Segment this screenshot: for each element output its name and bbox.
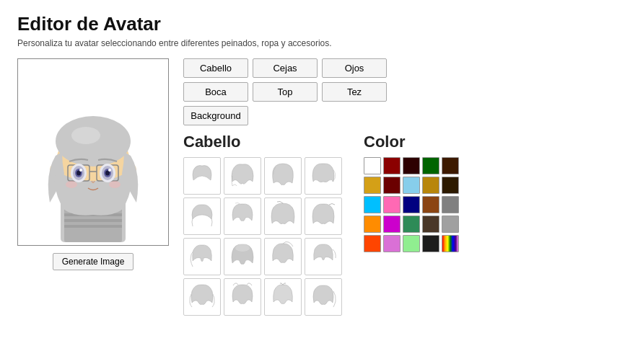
color-section: Color <box>364 133 459 316</box>
category-tez[interactable]: Tez <box>322 82 387 102</box>
svg-point-17 <box>79 169 82 172</box>
hair-style-9[interactable] <box>183 238 221 275</box>
category-cejas[interactable]: Cejas <box>253 58 318 78</box>
color-swatch-orange-red[interactable] <box>364 235 381 252</box>
hair-style-10[interactable] <box>224 238 261 275</box>
hair-style-2[interactable] <box>224 157 261 195</box>
color-swatch-sea-green[interactable] <box>403 216 420 233</box>
avatar-image <box>25 62 162 242</box>
color-swatch-very-dark-brown[interactable] <box>442 157 459 174</box>
generate-image-button[interactable]: Generate Image <box>53 253 134 270</box>
page-title: Editor de Avatar <box>17 13 600 35</box>
category-cabello[interactable]: Cabello <box>183 58 248 78</box>
svg-point-11 <box>71 127 100 144</box>
hair-style-3[interactable] <box>264 157 302 195</box>
hair-style-16[interactable] <box>305 278 342 316</box>
color-swatch-near-black[interactable] <box>422 235 439 252</box>
color-swatch-hot-pink[interactable] <box>383 196 401 213</box>
hair-grid <box>183 157 342 316</box>
color-swatch-light-blue[interactable] <box>403 177 420 194</box>
hair-style-7[interactable] <box>264 197 302 235</box>
color-swatch-light-gray[interactable] <box>442 216 459 233</box>
svg-point-26 <box>109 181 121 188</box>
color-swatch-dark-orange[interactable] <box>364 216 381 233</box>
color-swatch-light-green[interactable] <box>403 235 420 252</box>
color-swatch-dark-red[interactable] <box>383 157 401 174</box>
hair-style-14[interactable] <box>224 278 261 316</box>
cabello-title: Cabello <box>183 133 342 151</box>
category-background[interactable]: Background <box>183 106 248 125</box>
color-swatch-dark-green[interactable] <box>422 157 439 174</box>
color-swatch-maroon[interactable] <box>383 177 401 194</box>
color-swatch-purple[interactable] <box>383 216 401 233</box>
category-boca[interactable]: Boca <box>183 82 248 102</box>
hair-style-6[interactable] <box>224 197 261 235</box>
color-swatch-white[interactable] <box>364 157 381 174</box>
hair-style-11[interactable] <box>264 238 302 275</box>
controls-section: Cabello Cejas Ojos Boca Top Tez Backgrou… <box>183 58 600 316</box>
color-swatch-rainbow[interactable] <box>442 235 459 252</box>
bottom-area: Cabello <box>183 133 600 316</box>
svg-rect-5 <box>64 225 122 228</box>
category-top[interactable]: Top <box>253 82 318 102</box>
color-grid <box>364 157 459 252</box>
hair-style-5[interactable] <box>183 197 221 235</box>
color-swatch-navy[interactable] <box>403 196 420 213</box>
avatar-preview <box>17 58 169 246</box>
svg-point-25 <box>66 181 77 188</box>
hair-style-13[interactable] <box>183 278 221 316</box>
color-swatch-dark-warm-brown[interactable] <box>422 216 439 233</box>
category-ojos[interactable]: Ojos <box>322 58 387 78</box>
hair-style-8[interactable] <box>305 197 342 235</box>
color-swatch-gold[interactable] <box>364 177 381 194</box>
color-swatch-orchid[interactable] <box>383 235 401 252</box>
svg-point-23 <box>108 169 111 172</box>
svg-point-27 <box>235 244 250 252</box>
page-subtitle: Personaliza tu avatar seleccionando entr… <box>17 38 600 48</box>
color-swatch-saddle-brown[interactable] <box>422 196 439 213</box>
color-title: Color <box>364 133 459 151</box>
color-swatch-deep-sky-blue[interactable] <box>364 196 381 213</box>
color-swatch-dark-brown[interactable] <box>442 177 459 194</box>
hair-style-4[interactable] <box>305 157 342 195</box>
avatar-section: Generate Image <box>17 58 169 270</box>
color-swatch-very-dark-red[interactable] <box>403 157 420 174</box>
category-buttons: Cabello Cejas Ojos Boca Top Tez Backgrou… <box>183 58 600 125</box>
hair-style-15[interactable] <box>264 278 302 316</box>
svg-rect-4 <box>64 219 122 222</box>
color-swatch-gray[interactable] <box>442 196 459 213</box>
cabello-section: Cabello <box>183 133 342 316</box>
color-swatch-dark-goldenrod[interactable] <box>422 177 439 194</box>
hair-style-12[interactable] <box>305 238 342 275</box>
hair-style-1[interactable] <box>183 157 221 195</box>
